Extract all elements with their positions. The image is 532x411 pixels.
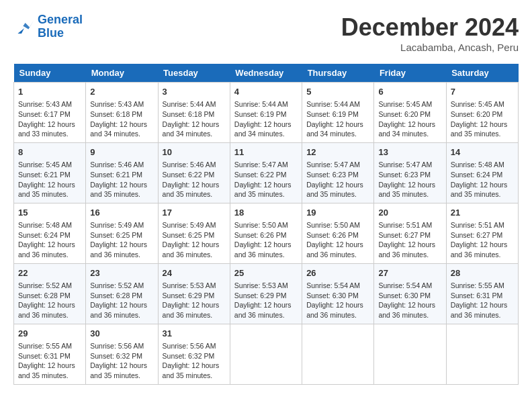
day-info: Sunrise: 5:48 AM Sunset: 6:24 PM Dayligh…: [18, 220, 81, 260]
day-info: Sunrise: 5:53 AM Sunset: 6:29 PM Dayligh…: [234, 281, 298, 320]
calendar-cell: 26Sunrise: 5:54 AM Sunset: 6:30 PM Dayli…: [302, 263, 374, 324]
day-number: 6: [378, 86, 441, 98]
day-info: Sunrise: 5:49 AM Sunset: 6:25 PM Dayligh…: [90, 220, 153, 260]
logo-text: General Blue: [38, 13, 83, 40]
day-info: Sunrise: 5:44 AM Sunset: 6:19 PM Dayligh…: [306, 99, 369, 139]
day-number: 26: [306, 267, 369, 279]
calendar-cell: 25Sunrise: 5:53 AM Sunset: 6:29 PM Dayli…: [230, 263, 302, 324]
calendar-cell: 18Sunrise: 5:50 AM Sunset: 6:26 PM Dayli…: [230, 203, 302, 263]
day-info: Sunrise: 5:44 AM Sunset: 6:18 PM Dayligh…: [163, 99, 226, 139]
day-number: 15: [18, 207, 81, 219]
calendar-week: 22Sunrise: 5:52 AM Sunset: 6:28 PM Dayli…: [14, 263, 519, 324]
day-number: 25: [234, 267, 298, 279]
day-info: Sunrise: 5:49 AM Sunset: 6:25 PM Dayligh…: [163, 220, 226, 260]
day-number: 2: [90, 86, 153, 98]
day-number: 18: [234, 207, 298, 219]
calendar-cell: 13Sunrise: 5:47 AM Sunset: 6:23 PM Dayli…: [374, 142, 446, 203]
calendar-cell: 8Sunrise: 5:45 AM Sunset: 6:21 PM Daylig…: [14, 142, 86, 203]
logo-icon: [13, 17, 35, 36]
day-number: 29: [18, 328, 81, 340]
header-day: Thursday: [302, 64, 374, 83]
header-day: Saturday: [446, 64, 518, 83]
day-number: 31: [163, 328, 226, 340]
day-number: 4: [234, 86, 298, 98]
header-day: Sunday: [14, 64, 86, 83]
calendar-cell: 15Sunrise: 5:48 AM Sunset: 6:24 PM Dayli…: [14, 203, 86, 263]
day-info: Sunrise: 5:45 AM Sunset: 6:21 PM Dayligh…: [18, 160, 81, 199]
day-info: Sunrise: 5:45 AM Sunset: 6:20 PM Dayligh…: [451, 99, 514, 139]
day-number: 5: [306, 86, 369, 98]
day-info: Sunrise: 5:52 AM Sunset: 6:28 PM Dayligh…: [90, 281, 153, 320]
day-info: Sunrise: 5:46 AM Sunset: 6:21 PM Dayligh…: [90, 160, 153, 199]
svg-marker-1: [17, 28, 24, 34]
calendar-cell: 20Sunrise: 5:51 AM Sunset: 6:27 PM Dayli…: [374, 203, 446, 263]
day-number: 7: [451, 86, 514, 98]
day-number: 21: [451, 207, 514, 219]
day-info: Sunrise: 5:53 AM Sunset: 6:29 PM Dayligh…: [163, 281, 226, 320]
location: Lacabamba, Ancash, Peru: [341, 42, 519, 53]
calendar-cell: 22Sunrise: 5:52 AM Sunset: 6:28 PM Dayli…: [14, 263, 86, 324]
calendar-cell: 24Sunrise: 5:53 AM Sunset: 6:29 PM Dayli…: [158, 263, 230, 324]
day-info: Sunrise: 5:44 AM Sunset: 6:19 PM Dayligh…: [234, 99, 298, 139]
page-header: General Blue December 2024 Lacabamba, An…: [13, 13, 519, 53]
calendar-cell: 29Sunrise: 5:55 AM Sunset: 6:31 PM Dayli…: [14, 324, 86, 384]
calendar-week: 29Sunrise: 5:55 AM Sunset: 6:31 PM Dayli…: [14, 324, 519, 384]
calendar-week: 15Sunrise: 5:48 AM Sunset: 6:24 PM Dayli…: [14, 203, 519, 263]
calendar-cell: 7Sunrise: 5:45 AM Sunset: 6:20 PM Daylig…: [446, 83, 518, 143]
day-number: 20: [378, 207, 441, 219]
header-day: Monday: [86, 64, 158, 83]
calendar-cell: [230, 324, 302, 384]
calendar-cell: 2Sunrise: 5:43 AM Sunset: 6:18 PM Daylig…: [86, 83, 158, 143]
day-number: 22: [18, 267, 81, 279]
calendar-cell: 12Sunrise: 5:47 AM Sunset: 6:23 PM Dayli…: [302, 142, 374, 203]
calendar-week: 8Sunrise: 5:45 AM Sunset: 6:21 PM Daylig…: [14, 142, 519, 203]
calendar-cell: 3Sunrise: 5:44 AM Sunset: 6:18 PM Daylig…: [158, 83, 230, 143]
day-number: 11: [234, 146, 298, 158]
day-number: 13: [378, 146, 441, 158]
calendar-cell: 31Sunrise: 5:56 AM Sunset: 6:32 PM Dayli…: [158, 324, 230, 384]
calendar-cell: 6Sunrise: 5:45 AM Sunset: 6:20 PM Daylig…: [374, 83, 446, 143]
day-info: Sunrise: 5:47 AM Sunset: 6:23 PM Dayligh…: [306, 160, 369, 199]
day-info: Sunrise: 5:43 AM Sunset: 6:18 PM Dayligh…: [90, 99, 153, 139]
day-info: Sunrise: 5:46 AM Sunset: 6:22 PM Dayligh…: [163, 160, 226, 199]
calendar-cell: 14Sunrise: 5:48 AM Sunset: 6:24 PM Dayli…: [446, 142, 518, 203]
day-number: 23: [90, 267, 153, 279]
day-info: Sunrise: 5:54 AM Sunset: 6:30 PM Dayligh…: [306, 281, 369, 320]
calendar-cell: [446, 324, 518, 384]
day-number: 12: [306, 146, 369, 158]
calendar-cell: 23Sunrise: 5:52 AM Sunset: 6:28 PM Dayli…: [86, 263, 158, 324]
calendar-cell: 28Sunrise: 5:55 AM Sunset: 6:31 PM Dayli…: [446, 263, 518, 324]
header-day: Tuesday: [158, 64, 230, 83]
day-info: Sunrise: 5:50 AM Sunset: 6:26 PM Dayligh…: [306, 220, 369, 260]
day-number: 9: [90, 146, 153, 158]
svg-marker-0: [19, 20, 34, 32]
calendar-cell: 5Sunrise: 5:44 AM Sunset: 6:19 PM Daylig…: [302, 83, 374, 143]
calendar-cell: 17Sunrise: 5:49 AM Sunset: 6:25 PM Dayli…: [158, 203, 230, 263]
header-day: Friday: [374, 64, 446, 83]
day-info: Sunrise: 5:50 AM Sunset: 6:26 PM Dayligh…: [234, 220, 298, 260]
day-info: Sunrise: 5:56 AM Sunset: 6:32 PM Dayligh…: [90, 341, 153, 381]
day-info: Sunrise: 5:43 AM Sunset: 6:17 PM Dayligh…: [18, 99, 81, 139]
day-number: 8: [18, 146, 81, 158]
calendar-cell: 1Sunrise: 5:43 AM Sunset: 6:17 PM Daylig…: [14, 83, 86, 143]
header-day: Wednesday: [230, 64, 302, 83]
calendar-cell: 11Sunrise: 5:47 AM Sunset: 6:22 PM Dayli…: [230, 142, 302, 203]
calendar-cell: 19Sunrise: 5:50 AM Sunset: 6:26 PM Dayli…: [302, 203, 374, 263]
day-number: 1: [18, 86, 81, 98]
day-info: Sunrise: 5:54 AM Sunset: 6:30 PM Dayligh…: [378, 281, 441, 320]
day-info: Sunrise: 5:51 AM Sunset: 6:27 PM Dayligh…: [378, 220, 441, 260]
day-number: 28: [451, 267, 514, 279]
day-number: 24: [163, 267, 226, 279]
calendar-cell: [374, 324, 446, 384]
calendar-cell: 4Sunrise: 5:44 AM Sunset: 6:19 PM Daylig…: [230, 83, 302, 143]
calendar-cell: 10Sunrise: 5:46 AM Sunset: 6:22 PM Dayli…: [158, 142, 230, 203]
calendar-cell: 9Sunrise: 5:46 AM Sunset: 6:21 PM Daylig…: [86, 142, 158, 203]
day-info: Sunrise: 5:56 AM Sunset: 6:32 PM Dayligh…: [163, 341, 226, 381]
calendar-cell: 21Sunrise: 5:51 AM Sunset: 6:27 PM Dayli…: [446, 203, 518, 263]
calendar-table: SundayMondayTuesdayWednesdayThursdayFrid…: [13, 64, 519, 385]
day-number: 17: [163, 207, 226, 219]
title-block: December 2024 Lacabamba, Ancash, Peru: [341, 13, 519, 53]
day-info: Sunrise: 5:52 AM Sunset: 6:28 PM Dayligh…: [18, 281, 81, 320]
day-number: 19: [306, 207, 369, 219]
day-info: Sunrise: 5:51 AM Sunset: 6:27 PM Dayligh…: [451, 220, 514, 260]
